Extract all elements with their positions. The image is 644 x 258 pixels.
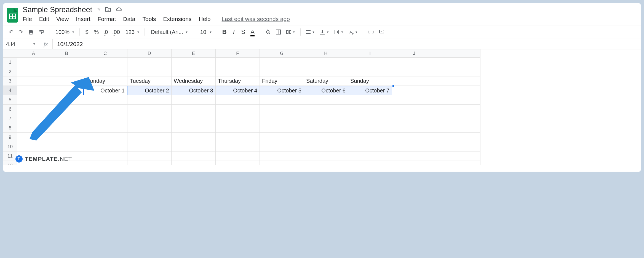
cloud-icon[interactable] <box>116 7 122 13</box>
cell[interactable] <box>392 151 436 161</box>
cell-d3[interactable]: Tuesday <box>127 76 172 86</box>
fill-color-button[interactable] <box>263 28 272 36</box>
cell[interactable] <box>127 105 172 114</box>
cell[interactable] <box>348 151 392 161</box>
name-box[interactable]: 4:I4▼ <box>3 39 39 49</box>
cell[interactable] <box>216 105 260 114</box>
cell-g3[interactable]: Friday <box>260 76 304 86</box>
cell[interactable] <box>348 105 392 114</box>
col-header-h[interactable]: H <box>304 49 348 58</box>
select-all-corner[interactable] <box>3 49 17 58</box>
row-header-9[interactable]: 9 <box>3 133 17 142</box>
cell[interactable] <box>216 114 260 123</box>
text-rotation-dropdown[interactable]: A▼ <box>347 29 359 35</box>
row-header-11[interactable]: 11 <box>3 151 17 161</box>
cell[interactable] <box>50 114 83 123</box>
cell[interactable] <box>348 67 392 76</box>
cell[interactable] <box>216 58 260 67</box>
cell[interactable] <box>260 67 304 76</box>
cell[interactable] <box>127 161 172 165</box>
cell[interactable] <box>127 58 172 67</box>
cell[interactable] <box>436 76 480 86</box>
cell[interactable] <box>83 95 127 105</box>
cell[interactable] <box>17 142 50 151</box>
cell[interactable] <box>260 161 304 165</box>
cell[interactable] <box>172 161 216 165</box>
col-header-g[interactable]: G <box>260 49 304 58</box>
menu-insert[interactable]: Insert <box>76 16 90 22</box>
cell[interactable] <box>392 105 436 114</box>
cell[interactable] <box>216 151 260 161</box>
selection-fill-handle[interactable] <box>392 85 394 87</box>
menu-extensions[interactable]: Extensions <box>163 16 192 22</box>
cell[interactable] <box>127 67 172 76</box>
insert-comment-icon[interactable]: + <box>377 28 386 36</box>
star-icon[interactable]: ☆ <box>97 7 101 13</box>
cell[interactable] <box>50 95 83 105</box>
cell[interactable] <box>392 58 436 67</box>
cell[interactable] <box>392 76 436 86</box>
cell[interactable] <box>83 161 127 165</box>
row-header-5[interactable]: 5 <box>3 95 17 105</box>
cell[interactable] <box>304 58 348 67</box>
cell[interactable] <box>17 86 50 95</box>
cell[interactable] <box>392 161 436 165</box>
col-header-b[interactable]: B <box>50 49 83 58</box>
cell[interactable] <box>260 58 304 67</box>
row-header-6[interactable]: 6 <box>3 105 17 114</box>
cell[interactable] <box>172 95 216 105</box>
cell[interactable] <box>216 95 260 105</box>
col-header-blank[interactable] <box>436 49 480 58</box>
row-header-7[interactable]: 7 <box>3 114 17 123</box>
menu-help[interactable]: Help <box>199 16 210 22</box>
spreadsheet-grid[interactable]: A B C D E F G H I J 1 2 3 Monday Tuesday… <box>3 49 641 165</box>
cell-e4[interactable]: October 3 <box>172 86 216 95</box>
cell[interactable] <box>436 151 480 161</box>
menu-data[interactable]: Data <box>123 16 135 22</box>
cell[interactable] <box>127 95 172 105</box>
cell[interactable] <box>304 95 348 105</box>
cell[interactable] <box>50 76 83 86</box>
cell[interactable] <box>348 133 392 142</box>
cell[interactable] <box>436 86 480 95</box>
cell[interactable] <box>216 142 260 151</box>
decrease-decimal-button[interactable]: .0← <box>102 28 109 36</box>
sheets-logo[interactable] <box>6 7 19 24</box>
cell[interactable] <box>304 151 348 161</box>
cell[interactable] <box>127 114 172 123</box>
cell[interactable] <box>260 123 304 133</box>
percent-button[interactable]: % <box>92 28 100 36</box>
cell[interactable] <box>392 67 436 76</box>
cell[interactable] <box>436 67 480 76</box>
cell-c3[interactable]: Monday <box>83 76 127 86</box>
cell[interactable] <box>436 105 480 114</box>
formula-input[interactable]: 10/1/2022 <box>53 41 641 47</box>
zoom-dropdown[interactable]: 100%▼ <box>53 29 76 35</box>
col-header-c[interactable]: C <box>83 49 127 58</box>
italic-button[interactable]: I <box>230 28 238 36</box>
col-header-j[interactable]: J <box>392 49 436 58</box>
print-icon[interactable] <box>26 28 35 36</box>
vertical-align-dropdown[interactable]: ▼ <box>318 29 331 35</box>
col-header-d[interactable]: D <box>127 49 172 58</box>
row-header-4[interactable]: 4 <box>3 86 17 95</box>
undo-icon[interactable]: ↶ <box>7 28 15 36</box>
cell[interactable] <box>172 133 216 142</box>
cell[interactable] <box>392 86 436 95</box>
last-edit-link[interactable]: Last edit was seconds ago <box>222 16 290 22</box>
cell[interactable] <box>304 67 348 76</box>
document-title[interactable]: Sample Spreadsheet <box>23 6 92 14</box>
cell-c4-active[interactable]: October 1 <box>83 86 127 95</box>
cell[interactable] <box>348 123 392 133</box>
cell[interactable] <box>304 114 348 123</box>
cell[interactable] <box>17 58 50 67</box>
text-wrap-dropdown[interactable]: ▼ <box>332 29 345 35</box>
cell[interactable] <box>83 142 127 151</box>
cell[interactable] <box>127 151 172 161</box>
row-header-1[interactable]: 1 <box>3 58 17 67</box>
cell[interactable] <box>127 123 172 133</box>
horizontal-align-dropdown[interactable]: ▼ <box>304 30 317 34</box>
redo-icon[interactable]: ↷ <box>17 28 25 36</box>
cell[interactable] <box>17 133 50 142</box>
strikethrough-button[interactable]: S <box>239 28 247 36</box>
